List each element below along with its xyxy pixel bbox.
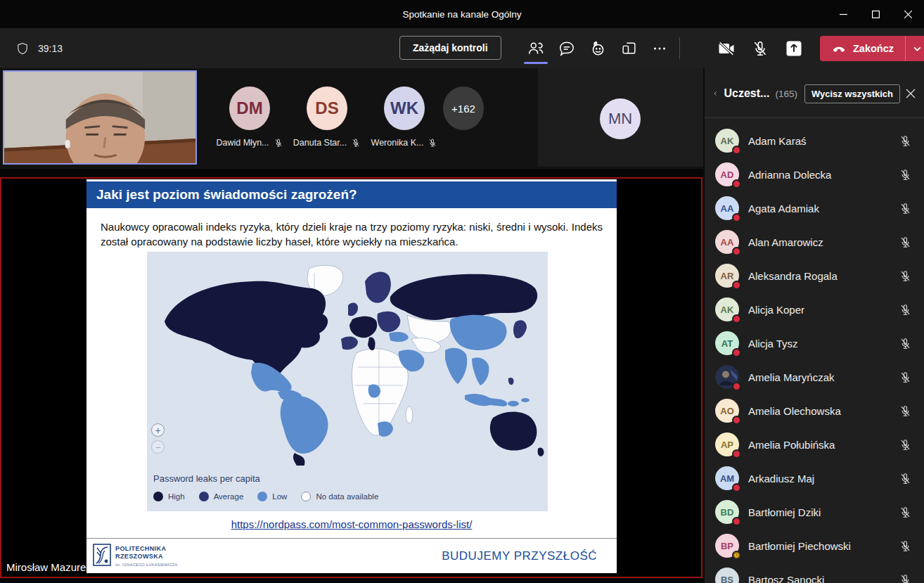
participant-row[interactable]: BP Bartłomiej Piechowski — [705, 529, 924, 563]
participant-row[interactable]: AP Amelia Połubińska — [705, 428, 924, 461]
avatar-initials: AM — [720, 473, 734, 484]
avatar-initials: AT — [721, 338, 733, 349]
mic-off-icon[interactable] — [750, 39, 770, 58]
slide-title: Jaki jest poziom świadomości zagrożeń? — [86, 187, 357, 203]
presence-badge — [732, 281, 741, 290]
avatar: AA — [715, 230, 739, 254]
avatar: AK — [715, 297, 739, 321]
mic-off-icon — [899, 539, 912, 553]
participant-row[interactable]: AO Amelia Olechowska — [705, 394, 924, 428]
avatar-initials: BD — [721, 507, 734, 518]
mic-off-icon — [899, 303, 912, 316]
avatar-initials: MN — [608, 110, 632, 128]
spotlight-tile[interactable]: MN — [538, 68, 703, 167]
legend-color-dot — [257, 492, 267, 501]
university-emblem-icon — [93, 544, 111, 566]
presence-badge — [732, 449, 741, 459]
avatar-initials: AR — [721, 271, 734, 281]
avatar-initials: AP — [721, 440, 733, 450]
close-button[interactable] — [892, 0, 924, 28]
avatar-initials: AD — [721, 169, 734, 180]
logo-text-line3: im. IGNACEGO ŁUKASIEWICZA — [115, 563, 177, 567]
slide-title-band: Jaki jest poziom świadomości zagrożeń? — [86, 181, 617, 208]
participant-name: Amelia Połubińska — [748, 439, 899, 451]
close-panel-icon[interactable] — [906, 85, 916, 102]
end-call-button[interactable]: Zakończ — [820, 36, 905, 61]
participant-row[interactable]: Amelia Maryńczak — [705, 360, 924, 394]
active-tab-underline — [524, 62, 548, 64]
legend-item: High — [153, 492, 185, 501]
slide-body-text: Naukowcy opracowali indeks ryzyka, który… — [101, 220, 603, 249]
chat-icon[interactable] — [557, 39, 577, 58]
end-call-options-chevron[interactable] — [905, 36, 924, 61]
filmstrip-participant-tile[interactable]: WK Weronika K... — [366, 68, 443, 169]
maximize-button[interactable] — [859, 0, 892, 28]
more-options-icon[interactable] — [650, 39, 669, 58]
avatar-initials: AA — [721, 237, 734, 248]
presence-badge — [732, 517, 741, 526]
active-speaker-video[interactable] — [3, 70, 197, 165]
avatar: AO — [715, 399, 739, 423]
presence-badge — [732, 382, 741, 391]
mic-off-icon — [899, 134, 912, 148]
mic-off-icon — [899, 168, 912, 181]
avatar: DS — [307, 87, 347, 130]
minimize-button[interactable] — [827, 0, 859, 28]
participant-name: Aleksandra Rogala — [748, 270, 899, 282]
camera-off-icon[interactable] — [717, 39, 736, 58]
legend-label: No data available — [316, 492, 378, 501]
mic-off-icon — [899, 269, 912, 283]
filmstrip-participant-tile[interactable]: DS Danuta Star... — [288, 68, 366, 169]
mic-off-icon — [899, 337, 912, 350]
back-chevron-icon[interactable] — [713, 88, 718, 99]
mic-off-icon — [899, 236, 912, 249]
participant-row[interactable]: AA Alan Amarowicz — [705, 225, 924, 259]
avatar-initials: AK — [721, 136, 734, 146]
legend-label: Low — [272, 492, 287, 501]
screen-share-frame: Jaki jest poziom świadomości zagrożeń? N… — [0, 177, 702, 578]
source-link[interactable]: https://nordpass.com/most-common-passwor… — [231, 518, 473, 530]
meeting-timer: 39:13 — [38, 43, 63, 54]
meeting-toolbar: 39:13 Zażądaj kontroli — [0, 28, 924, 68]
map-legend: High Average Low No data available — [153, 492, 378, 501]
avatar-initials: BS — [721, 575, 733, 583]
mute-all-button[interactable]: Wycisz wszystkich — [804, 84, 900, 103]
avatar: AA — [715, 196, 739, 220]
participant-name: Weronika K... — [371, 138, 424, 148]
participant-row[interactable]: AA Agata Adamiak — [705, 191, 924, 225]
legend-item: No data available — [301, 492, 378, 501]
participant-row[interactable]: AK Alicja Koper — [705, 293, 924, 326]
participant-row[interactable]: BS Bartosz Sanocki — [705, 563, 924, 583]
presentation-slide: Jaki jest poziom świadomości zagrożeń? N… — [86, 179, 617, 573]
map-zoom-out-button[interactable]: − — [151, 440, 165, 454]
avatar-initials: BP — [721, 541, 733, 551]
avatar-initials: WK — [390, 98, 418, 118]
participant-name: Bartłomiej Dziki — [748, 506, 899, 518]
mic-off-icon — [428, 138, 437, 148]
participant-name: Amelia Olechowska — [748, 405, 899, 417]
overflow-count-bubble[interactable]: +162 — [443, 87, 484, 130]
map-legend-title: Password leaks per capita — [153, 473, 260, 484]
presence-badge — [732, 416, 741, 425]
breakout-rooms-icon[interactable] — [619, 39, 639, 58]
mic-off-icon — [899, 438, 912, 451]
participant-name: Alan Amarowicz — [748, 236, 899, 248]
filmstrip-participant-tile[interactable]: DM Dawid Młyn... — [211, 68, 288, 169]
participant-row[interactable]: AT Alicja Tysz — [705, 326, 924, 360]
share-screen-icon[interactable] — [784, 39, 804, 58]
participants-icon[interactable] — [526, 39, 546, 58]
avatar-initials: AK — [721, 305, 734, 315]
slide-footer: POLITECHNIKA RZESZOWSKA im. IGNACEGO ŁUK… — [86, 539, 617, 573]
reactions-icon[interactable] — [588, 39, 608, 58]
participant-row[interactable]: BD Bartłomiej Dziki — [705, 495, 924, 529]
participant-row[interactable]: AK Adam Karaś — [705, 124, 924, 158]
participant-row[interactable]: AR Aleksandra Rogala — [705, 259, 924, 293]
request-control-button[interactable]: Zażądaj kontroli — [399, 36, 501, 60]
participant-name: Adrianna Dolecka — [748, 169, 899, 181]
participant-row[interactable]: AD Adrianna Dolecka — [705, 158, 924, 191]
map-zoom-in-button[interactable]: + — [151, 423, 165, 437]
screen-share-area: Jaki jest poziom świadomości zagrożeń? N… — [0, 169, 703, 583]
participant-row[interactable]: AM Arkadiusz Maj — [705, 461, 924, 495]
legend-label: Average — [214, 492, 244, 501]
shield-icon — [15, 41, 30, 56]
